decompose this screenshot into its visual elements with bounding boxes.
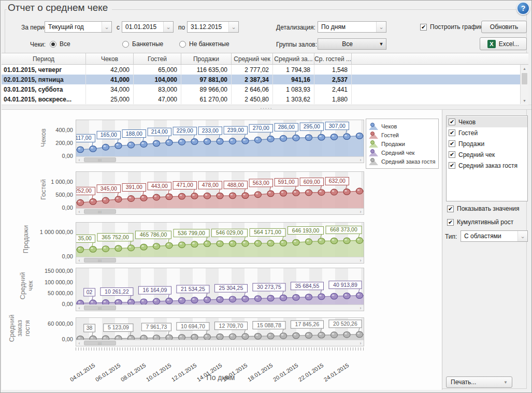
period-cell: 04.01.2015, воскресе... [2,94,86,104]
splitter-handle[interactable]: ..... [2,105,531,110]
radio-icon[interactable] [179,41,186,48]
table-vertical-scrollbar[interactable]: ▲ ▼ [520,65,528,104]
date-from-field[interactable]: 01.01.2015 ⌄ [122,21,174,33]
svg-text:646 193,00: 646 193,00 [292,227,320,234]
chart-plot-2[interactable]: 35,00365 752,00465 786,00536 799,00546 0… [76,222,364,264]
scrollbar-thumb[interactable]: ||| [84,157,116,162]
series-list-item[interactable]: ✔Чеков [447,117,527,127]
y-axis-tick-label: 0,00 [25,336,73,342]
svg-text:591,00: 591,00 [278,179,295,185]
chart-horizontal-scrollbar[interactable]: ‹|||› [76,257,364,263]
detail-select[interactable]: По дням ⌄ [318,21,386,33]
checkbox-checked-icon[interactable]: ✔ [447,206,454,212]
value-cell: 89 966,00 [181,84,232,94]
table-row[interactable]: 03.01.2015, суббота34,00083,00089 966,00… [2,84,528,94]
series-item-label: Средний чек [458,151,495,158]
chart-horizontal-scrollbar[interactable]: ‹|||› [76,156,364,163]
chart-plot-4[interactable]: 385 123,097 961,7310 694,7012 709,7015 0… [76,317,364,346]
svg-text:214,00: 214,00 [151,128,168,135]
scroll-left-icon[interactable]: ‹ [76,157,82,163]
checks-radio-all[interactable]: Все [50,40,70,48]
print-button[interactable]: Печать... ▼ [446,376,512,388]
table-body: 01.01.2015, четверг42,00065,000116 635,0… [2,65,528,104]
scrollbar-thumb[interactable]: ||| [84,258,116,263]
series-list-item[interactable]: ✔Средний чек [447,149,527,160]
chevron-down-icon[interactable]: ⌄ [228,22,238,32]
checkbox-checked-icon[interactable]: ✔ [420,24,427,31]
checkbox-checked-icon[interactable]: ✔ [447,219,454,226]
checkbox-checked-icon[interactable]: ✔ [449,162,455,169]
chart-horizontal-scrollbar[interactable]: ‹|||› [76,340,364,346]
series-list-item[interactable]: ✔Средний заказ гостя [447,160,527,171]
chevron-down-icon[interactable]: ⌄ [102,22,111,32]
chart-plot-1[interactable]: 252,00345,00391,00443,00471,00478,00488,… [76,171,364,215]
area-series-icon [368,140,379,148]
refresh-button[interactable]: Обновить [481,21,527,33]
table-row[interactable]: 01.01.2015, четверг42,00065,000116 635,0… [2,65,528,75]
checks-radio-banquet[interactable]: Банкетные [122,40,163,48]
scrollbar-thumb[interactable]: ||| [84,305,116,310]
column-header[interactable]: Ср. гостей ... [314,53,352,64]
scroll-left-icon[interactable]: ‹ [76,305,82,311]
checkbox-checked-icon[interactable]: ✔ [449,140,455,147]
radio-selected-icon[interactable] [50,41,56,48]
value-cell: 2 387,34 [232,75,273,84]
chart-type-select[interactable]: С областями ⌄ [461,230,528,242]
scroll-right-icon[interactable]: › [357,305,364,311]
column-header[interactable]: Чеков [86,53,134,64]
excel-export-button[interactable]: X Excel... [480,37,527,50]
hall-groups-select[interactable]: Все ▼ [318,38,386,50]
legend-label: Гостей [381,132,399,138]
y-axis-tick-label: 400,00 [25,127,73,133]
scroll-right-icon[interactable]: › [357,340,364,346]
value-cell: 2,537 [314,75,352,84]
chart-plot-3[interactable]: 0210 261,2216 164,0921 534,2525 304,2530… [76,268,364,311]
checkbox-checked-icon[interactable]: ✔ [449,129,455,136]
column-header[interactable]: Период [2,53,86,64]
column-header[interactable]: Гостей [134,53,181,64]
scroll-up-icon[interactable]: ▲ [521,65,528,72]
svg-text:15 088,78: 15 088,78 [257,322,281,328]
value-cell: 104,000 [134,75,181,84]
checks-radio-nonbanquet[interactable]: Не банкетные [179,40,229,48]
table-row[interactable]: 04.01.2015, воскресе...25,00047,00061 27… [2,94,528,104]
chart-horizontal-scrollbar[interactable]: ‹|||› [76,304,364,311]
help-icon[interactable]: ? [516,2,530,15]
scroll-right-icon[interactable]: › [357,257,364,263]
scrollbar-thumb[interactable]: ||| [84,341,116,345]
series-list-item[interactable]: ✔Гостей [447,127,527,138]
chevron-down-icon[interactable]: ▼ [377,39,386,49]
chevron-down-icon[interactable]: ⌄ [376,22,386,32]
chart-plot-0[interactable]: 117,00165,00188,00214,00229,00233,00239,… [76,120,364,163]
scroll-down-icon[interactable]: ▼ [521,97,528,104]
scroll-right-icon[interactable]: › [357,157,364,163]
scroll-left-icon[interactable]: ‹ [76,257,82,263]
date-to-field[interactable]: 31.12.2015 ⌄ [187,21,239,33]
column-header-filler [352,53,528,64]
y-axis-tick-label: 0,00 [25,153,73,159]
scrollbar-thumb[interactable] [522,73,527,84]
y-axis-tick-label: 500,00 [25,192,73,198]
chevron-down-icon[interactable]: ⌄ [163,22,173,32]
cumulative-growth-checkbox[interactable]: ✔ Кумулятивный рост [447,219,513,226]
show-values-checkbox[interactable]: ✔ Показывать значения [447,205,520,212]
series-list-item[interactable]: ✔Продажи [447,138,527,149]
chevron-down-icon[interactable]: ⌄ [517,231,527,241]
column-header[interactable]: Средний чек [232,53,273,64]
scroll-left-icon[interactable]: ‹ [76,340,82,346]
scrollbar-thumb[interactable]: ||| [84,209,116,214]
checkbox-checked-icon[interactable]: ✔ [449,119,455,125]
svg-text:5 123,09: 5 123,09 [108,324,129,330]
scroll-right-icon[interactable]: › [357,209,364,214]
checkbox-checked-icon[interactable]: ✔ [449,151,455,158]
scroll-left-icon[interactable]: ‹ [76,209,82,214]
legend-label: Средний чек [381,150,414,156]
table-row[interactable]: 02.01.2015, пятница41,000104,00097 881,0… [2,75,528,84]
radio-icon[interactable] [122,41,129,48]
column-header[interactable]: Средний за... [273,53,314,64]
chart-horizontal-scrollbar[interactable]: ‹|||› [76,208,364,214]
column-header[interactable]: Продажи [181,53,232,64]
period-select[interactable]: Текущий год ⌄ [45,21,112,33]
build-chart-checkbox[interactable]: ✔ Построить график [420,23,482,31]
svg-text:286,00: 286,00 [278,124,295,130]
